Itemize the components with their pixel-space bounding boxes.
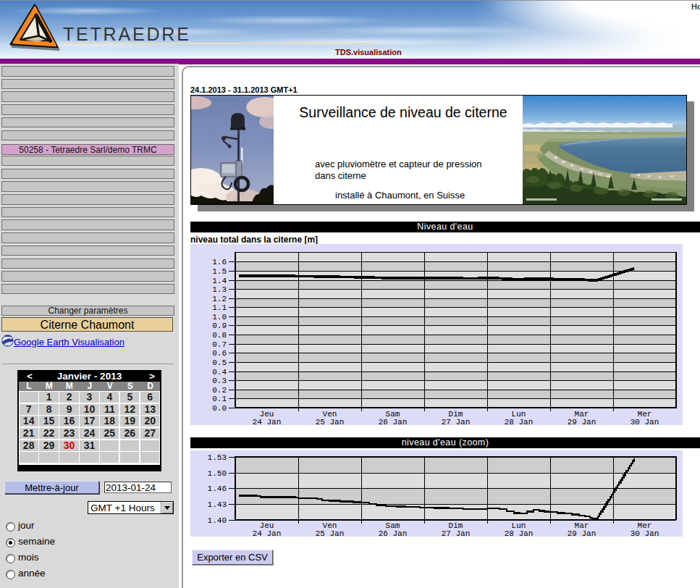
svg-text:1.5: 1.5 — [212, 267, 227, 276]
svg-text:0.7: 0.7 — [212, 340, 227, 349]
svg-text:28 Jan: 28 Jan — [505, 418, 534, 425]
svg-text:1.1: 1.1 — [212, 303, 227, 312]
svg-text:0.2: 0.2 — [212, 386, 227, 395]
svg-text:30 Jan: 30 Jan — [631, 418, 659, 425]
svg-text:0.8: 0.8 — [212, 331, 227, 340]
svg-text:1.46: 1.46 — [208, 484, 227, 493]
svg-text:25 Jan: 25 Jan — [316, 418, 345, 425]
svg-text:27 Jan: 27 Jan — [442, 418, 471, 425]
svg-text:1.40: 1.40 — [208, 516, 227, 525]
svg-text:30 Jan: 30 Jan — [631, 529, 659, 537]
svg-text:0.9: 0.9 — [212, 322, 227, 330]
svg-text:1.0: 1.0 — [212, 313, 227, 322]
svg-text:0.0: 0.0 — [212, 404, 227, 413]
svg-text:0.4: 0.4 — [212, 368, 227, 377]
svg-text:1.4: 1.4 — [212, 277, 227, 285]
svg-text:28 Jan: 28 Jan — [505, 529, 534, 537]
svg-text:24 Jan: 24 Jan — [253, 529, 282, 537]
svg-text:1.3: 1.3 — [212, 285, 227, 294]
svg-text:1.2: 1.2 — [212, 295, 227, 303]
svg-text:0.6: 0.6 — [212, 349, 227, 358]
svg-text:1.53: 1.53 — [208, 453, 227, 462]
svg-text:25 Jan: 25 Jan — [316, 529, 345, 537]
svg-text:26 Jan: 26 Jan — [379, 529, 408, 537]
svg-text:1.43: 1.43 — [208, 500, 227, 509]
svg-text:0.3: 0.3 — [212, 377, 227, 385]
svg-text:1.50: 1.50 — [208, 469, 227, 478]
svg-text:0.1: 0.1 — [212, 395, 227, 403]
svg-text:0.5: 0.5 — [212, 358, 227, 367]
svg-text:26 Jan: 26 Jan — [379, 418, 408, 425]
svg-text:29 Jan: 29 Jan — [568, 418, 596, 425]
svg-text:24 Jan: 24 Jan — [253, 418, 282, 425]
svg-text:29 Jan: 29 Jan — [568, 529, 596, 537]
svg-text:27 Jan: 27 Jan — [442, 529, 471, 537]
svg-text:1.6: 1.6 — [212, 258, 227, 266]
